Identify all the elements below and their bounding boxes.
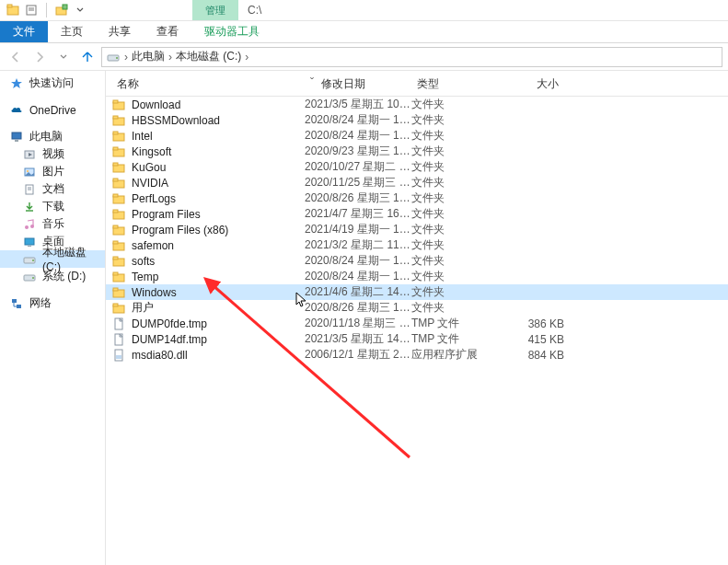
file-name: Temp bbox=[132, 271, 158, 283]
drive-icon bbox=[22, 270, 37, 284]
file-row[interactable]: msdia80.dll2006/12/1 星期五 23...应用程序扩展884 … bbox=[106, 347, 728, 363]
breadcrumb[interactable]: › 此电脑 › 本地磁盘 (C:) › bbox=[101, 47, 722, 67]
tab-file[interactable]: 文件 bbox=[0, 21, 48, 42]
sidebar-drive-c[interactable]: 本地磁盘 (C:) bbox=[0, 250, 105, 268]
properties-icon[interactable] bbox=[24, 3, 39, 17]
sidebar-pictures[interactable]: 图片 bbox=[0, 163, 105, 180]
file-row[interactable]: KuGou2020/10/27 星期二 1...文件夹 bbox=[106, 159, 728, 175]
file-name: HBSSMDownload bbox=[132, 114, 220, 127]
svg-rect-31 bbox=[113, 116, 118, 119]
svg-rect-9 bbox=[12, 133, 21, 139]
file-date: 2006/12/1 星期五 23... bbox=[305, 347, 411, 363]
file-name: NVIDIA bbox=[132, 177, 168, 190]
folder-icon bbox=[111, 113, 126, 128]
ribbon-tabs: 文件 主页 共享 查看 驱动器工具 bbox=[0, 21, 728, 43]
file-row[interactable]: NVIDIA2020/11/25 星期三 1...文件夹 bbox=[106, 175, 728, 190]
svg-rect-35 bbox=[113, 147, 118, 150]
file-date: 2021/4/19 星期一 14... bbox=[305, 222, 411, 237]
new-folder-icon[interactable] bbox=[54, 3, 69, 17]
ribbon-context-group: 管理 bbox=[192, 0, 238, 20]
desktop-icon bbox=[22, 235, 37, 249]
breadcrumb-sep: › bbox=[167, 51, 174, 63]
file-size: 386 KB bbox=[500, 317, 564, 330]
recent-dropdown[interactable] bbox=[53, 47, 74, 67]
folder-icon bbox=[111, 144, 126, 159]
folder-icon bbox=[111, 191, 126, 206]
file-row[interactable]: DUMP0fde.tmp2020/11/18 星期三 1...TMP 文件386… bbox=[106, 316, 728, 331]
file-row[interactable]: 用户2020/8/26 星期三 18...文件夹 bbox=[106, 300, 728, 316]
svg-rect-55 bbox=[113, 304, 118, 306]
sidebar-music[interactable]: 音乐 bbox=[0, 215, 105, 233]
file-type: 文件夹 bbox=[411, 175, 500, 190]
file-row[interactable]: HBSSMDownload2020/8/24 星期一 10...文件夹 bbox=[106, 112, 728, 128]
tab-view[interactable]: 查看 bbox=[144, 21, 191, 42]
column-size[interactable]: 大小 bbox=[500, 75, 564, 94]
sidebar-label: 音乐 bbox=[42, 216, 64, 232]
svg-rect-27 bbox=[17, 305, 21, 308]
file-date: 2020/8/24 星期一 10... bbox=[305, 269, 411, 284]
explorer-icon bbox=[6, 3, 20, 17]
breadcrumb-drive[interactable]: 本地磁盘 (C:) bbox=[176, 49, 241, 64]
svg-rect-1 bbox=[7, 5, 12, 7]
file-type: 文件夹 bbox=[411, 144, 500, 159]
forward-button[interactable] bbox=[29, 47, 50, 67]
tab-drive-tools[interactable]: 驱动器工具 bbox=[191, 21, 272, 42]
column-date[interactable]: 修改日期 bbox=[316, 75, 411, 94]
sidebar-label: 下载 bbox=[42, 199, 64, 214]
onedrive-icon bbox=[9, 103, 24, 118]
sidebar-onedrive[interactable]: OneDrive bbox=[0, 101, 105, 119]
file-row[interactable]: Download2021/3/5 星期五 10:58文件夹 bbox=[106, 97, 728, 112]
file-row[interactable]: Windows2021/4/6 星期二 14:14文件夹 bbox=[106, 284, 728, 300]
sidebar-label: 此电脑 bbox=[29, 129, 63, 144]
column-type[interactable]: 类型 bbox=[411, 75, 500, 94]
column-name[interactable]: 名称 bbox=[111, 75, 305, 94]
sidebar-label: 网络 bbox=[29, 295, 52, 311]
sidebar-network[interactable]: 网络 bbox=[0, 294, 105, 312]
file-row[interactable]: Kingsoft2020/9/23 星期三 11...文件夹 bbox=[106, 144, 728, 159]
column-headers: 名称 ˇ 修改日期 类型 大小 bbox=[106, 71, 728, 97]
up-button[interactable] bbox=[77, 47, 98, 67]
folder-icon bbox=[111, 238, 126, 253]
file-row[interactable]: softs2020/8/24 星期一 10...文件夹 bbox=[106, 253, 728, 269]
file-name: Download bbox=[132, 98, 180, 111]
folder-icon bbox=[111, 270, 126, 284]
pictures-icon bbox=[22, 165, 37, 179]
sidebar-quick-access[interactable]: 快速访问 bbox=[0, 75, 105, 92]
file-type: 文件夹 bbox=[411, 300, 500, 316]
sidebar-this-pc[interactable]: 此电脑 bbox=[0, 128, 105, 145]
file-type: 文件夹 bbox=[411, 190, 500, 206]
svg-rect-53 bbox=[113, 288, 118, 291]
file-row[interactable]: PerfLogs2020/8/26 星期三 18...文件夹 bbox=[106, 190, 728, 206]
sidebar-documents[interactable]: 文档 bbox=[0, 180, 105, 198]
music-icon bbox=[22, 217, 37, 232]
file-row[interactable]: Intel2020/8/24 星期一 10...文件夹 bbox=[106, 128, 728, 144]
file-date: 2020/9/23 星期三 11... bbox=[305, 144, 411, 159]
file-date: 2021/4/7 星期三 16:23 bbox=[305, 206, 411, 222]
file-name: Kingsoft bbox=[132, 145, 171, 158]
tab-home[interactable]: 主页 bbox=[48, 21, 96, 42]
folder-icon bbox=[111, 207, 126, 222]
sidebar-label: 文档 bbox=[42, 181, 64, 197]
svg-rect-41 bbox=[113, 194, 118, 197]
file-date: 2020/8/24 星期一 10... bbox=[305, 128, 411, 144]
file-type: TMP 文件 bbox=[411, 316, 500, 331]
sort-caret[interactable]: ˇ bbox=[305, 75, 316, 94]
file-icon bbox=[111, 332, 126, 347]
folder-icon bbox=[111, 98, 126, 112]
back-button[interactable] bbox=[6, 47, 26, 67]
file-row[interactable]: Temp2020/8/24 星期一 10...文件夹 bbox=[106, 269, 728, 284]
file-row[interactable]: Program Files2021/4/7 星期三 16:23文件夹 bbox=[106, 206, 728, 222]
tab-share[interactable]: 共享 bbox=[96, 21, 144, 42]
sidebar-downloads[interactable]: 下载 bbox=[0, 198, 105, 215]
file-row[interactable]: Program Files (x86)2021/4/19 星期一 14...文件… bbox=[106, 222, 728, 237]
sidebar-videos[interactable]: 视频 bbox=[0, 145, 105, 163]
file-row[interactable]: DUMP14df.tmp2021/3/5 星期五 14:02TMP 文件415 … bbox=[106, 331, 728, 347]
file-date: 2020/8/26 星期三 18... bbox=[305, 300, 411, 316]
file-size: 884 KB bbox=[500, 349, 564, 362]
qat-dropdown-icon[interactable] bbox=[73, 3, 87, 17]
videos-icon bbox=[22, 147, 37, 162]
file-name: KuGou bbox=[132, 161, 166, 174]
breadcrumb-root[interactable]: 此电脑 bbox=[132, 49, 165, 64]
title-address: C:\ bbox=[248, 4, 261, 17]
file-row[interactable]: safemon2021/3/2 星期二 11:43文件夹 bbox=[106, 237, 728, 253]
